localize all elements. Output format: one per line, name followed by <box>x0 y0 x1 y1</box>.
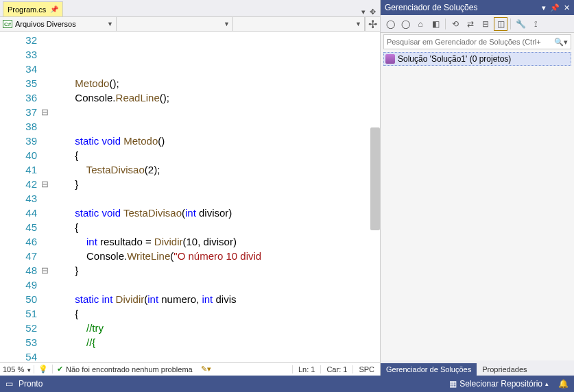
output-icon[interactable]: ▭ <box>5 379 13 389</box>
ide-status-bar: ▭ Pronto ▦ Selecionar Repositório ▴ 🔔 <box>0 376 574 392</box>
code-editor[interactable]: 3233343536373839404142434445464748495051… <box>0 32 380 362</box>
tab-properties[interactable]: Propriedades <box>477 363 532 376</box>
close-icon[interactable]: ✕ <box>564 3 570 12</box>
source-control-button[interactable]: ▦ Selecionar Repositório ▴ <box>445 379 553 389</box>
nav-project-label: Arquivos Diversos <box>15 20 76 28</box>
column-indicator[interactable]: Car: 1 <box>320 365 352 373</box>
fold-column[interactable]: ⊟⊟⊟ <box>41 32 52 362</box>
solution-tree[interactable]: Solução 'Solução1' (0 projetos) <box>381 51 574 360</box>
issues-text: Não foi encontrado nenhum problema <box>66 365 193 373</box>
csharp-icon: C# <box>3 20 12 28</box>
line-number-gutter: 3233343536373839404142434445464748495051… <box>10 32 41 362</box>
nav-member-combo[interactable]: ▼ <box>233 17 365 31</box>
tab-program-cs[interactable]: Program.cs 📌 <box>3 1 63 16</box>
panel-title-text: Gerenciador de Soluções <box>385 3 477 12</box>
repo-icon: ▦ <box>449 379 457 389</box>
line-indicator[interactable]: Ln: 1 <box>292 365 320 373</box>
solution-root-label: Solução 'Solução1' (0 projetos) <box>398 54 511 64</box>
solution-toolbar: ◯ ◯ ⌂ ◧ ⟲ ⇄ ⊟ ◫ 🔧 ⟟ <box>381 15 574 33</box>
home-button[interactable]: ⌂ <box>414 17 427 31</box>
editor-status-bar: 105 % ▼ 💡 ✔ Não foi encontrado nenhum pr… <box>0 362 380 376</box>
lightbulb-icon[interactable]: 💡 <box>34 365 52 373</box>
repo-label: Selecionar Repositório <box>459 379 542 389</box>
scrollbar-thumb[interactable] <box>370 127 380 230</box>
navigation-bar: C# Arquivos Diversos ▼ ▼ ▼ ✢ <box>0 16 380 32</box>
solution-root-item[interactable]: Solução 'Solução1' (0 projetos) <box>383 52 571 66</box>
chevron-down-icon: ▼ <box>355 21 361 27</box>
nav-project-combo[interactable]: C# Arquivos Diversos ▼ <box>0 17 117 31</box>
tab-label: Program.cs <box>8 5 46 14</box>
search-icon: 🔍▾ <box>554 38 568 47</box>
tab-solution-explorer[interactable]: Gerenciador de Soluções <box>381 363 477 376</box>
switch-views-button[interactable]: ◧ <box>429 17 442 31</box>
status-ready: Pronto <box>19 379 43 389</box>
show-all-button[interactable]: ◫ <box>494 17 507 31</box>
error-status[interactable]: ✔ Não foi encontrado nenhum problema <box>52 365 197 373</box>
chevron-up-icon: ▴ <box>545 380 549 387</box>
zoom-level[interactable]: 105 % ▼ <box>0 365 34 373</box>
notifications-icon[interactable]: 🔔 <box>558 379 569 389</box>
search-placeholder: Pesquisar em Gerenciador de Soluções (Ct… <box>387 38 541 46</box>
pin-icon[interactable]: 📌 <box>50 5 58 13</box>
auto-hide-icon[interactable]: 📌 <box>550 3 560 12</box>
solution-explorer-pane: Gerenciador de Soluções ▾ 📌 ✕ ◯ ◯ ⌂ ◧ ⟲ … <box>381 0 574 376</box>
tab-overflow-icon[interactable]: ▾ <box>361 8 366 16</box>
window-split-icon[interactable]: ✥ <box>370 8 376 16</box>
code-lines[interactable]: Metodo(); Console.ReadLine(); static voi… <box>52 32 380 362</box>
preview-button[interactable]: ⟟ <box>529 17 542 31</box>
chevron-down-icon: ▼ <box>224 21 230 27</box>
properties-button[interactable]: 🔧 <box>514 17 527 31</box>
back-button[interactable]: ◯ <box>383 17 397 31</box>
collapse-button[interactable]: ⊟ <box>479 17 492 31</box>
brush-icon[interactable]: ✎▾ <box>197 365 215 373</box>
forward-button[interactable]: ◯ <box>398 17 412 31</box>
solution-explorer-title[interactable]: Gerenciador de Soluções ▾ 📌 ✕ <box>381 0 574 15</box>
nav-type-combo[interactable]: ▼ <box>117 17 233 31</box>
window-menu-icon[interactable]: ▾ <box>542 3 546 12</box>
filter-button[interactable]: ⇄ <box>464 17 477 31</box>
spaces-indicator[interactable]: SPC <box>352 365 380 373</box>
editor-pane: Program.cs 📌 ▾ ✥ C# Arquivos Diversos ▼ … <box>0 0 381 376</box>
split-editor-button[interactable]: ✢ <box>365 17 380 31</box>
solution-icon <box>385 54 395 64</box>
document-tabs: Program.cs 📌 ▾ ✥ <box>0 0 380 16</box>
check-icon: ✔ <box>57 365 63 373</box>
chevron-down-icon: ▼ <box>107 21 113 27</box>
panel-tabs: Gerenciador de Soluções Propriedades <box>381 360 574 376</box>
sync-button[interactable]: ⟲ <box>449 17 462 31</box>
solution-search-input[interactable]: Pesquisar em Gerenciador de Soluções (Ct… <box>383 34 571 49</box>
